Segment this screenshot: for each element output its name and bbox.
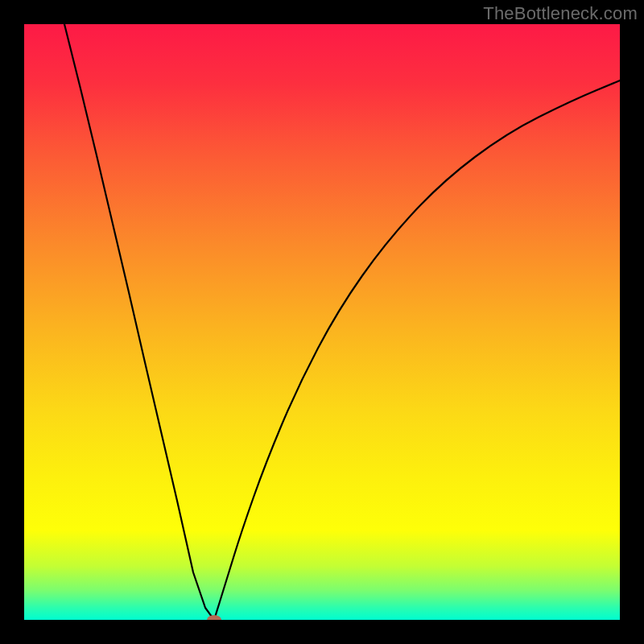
watermark-label: TheBottleneck.com: [483, 3, 638, 24]
minimum-marker: [207, 615, 221, 620]
curve-svg: [24, 24, 620, 620]
chart-frame: TheBottleneck.com: [0, 0, 644, 644]
plot-area: [24, 24, 620, 620]
curve-right-arm: [214, 80, 620, 620]
curve-left-arm: [64, 24, 214, 620]
